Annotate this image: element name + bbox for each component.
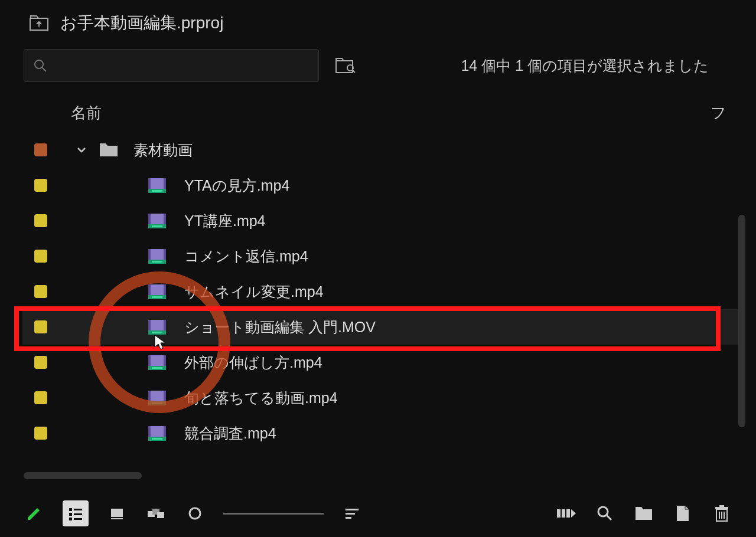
- pencil-icon[interactable]: [24, 503, 45, 524]
- color-label[interactable]: [34, 320, 47, 333]
- clip-row[interactable]: YTAの見方.mp4: [22, 168, 739, 203]
- svg-rect-52: [111, 509, 123, 517]
- clip-row[interactable]: 競合調査.mp4: [22, 415, 739, 451]
- project-list[interactable]: 素材動画 YTAの見方.mp4YT講座.mp4コメント返信.mp4サムネイル変更…: [22, 132, 739, 451]
- svg-rect-6: [148, 178, 166, 189]
- svg-line-2: [42, 67, 46, 71]
- clip-row[interactable]: 旬と落ちてる動画.mp4: [22, 380, 739, 415]
- svg-rect-47: [74, 509, 82, 510]
- svg-line-65: [607, 515, 611, 520]
- clip-row[interactable]: 外部の伸ばし方.mp4: [22, 345, 739, 380]
- video-clip-icon: [146, 212, 168, 229]
- clip-row[interactable]: ショート動画編集 入門.MOV: [22, 309, 739, 345]
- color-label[interactable]: [34, 179, 47, 192]
- clip-name: 競合調査.mp4: [184, 424, 276, 443]
- svg-rect-50: [69, 518, 72, 520]
- svg-rect-58: [346, 509, 359, 510]
- clip-row[interactable]: YT講座.mp4: [22, 203, 739, 238]
- svg-rect-53: [111, 518, 123, 519]
- svg-rect-59: [346, 513, 355, 515]
- svg-rect-10: [152, 190, 162, 192]
- svg-rect-32: [148, 355, 151, 366]
- new-item-icon[interactable]: [672, 503, 693, 524]
- color-label[interactable]: [34, 285, 47, 298]
- svg-rect-26: [148, 320, 166, 330]
- svg-rect-51: [74, 518, 82, 520]
- trash-icon[interactable]: [711, 503, 732, 524]
- selection-status: 14 個中 1 個の項目が選択されました: [461, 56, 732, 76]
- svg-rect-45: [152, 438, 162, 440]
- svg-rect-56: [157, 512, 164, 518]
- svg-rect-42: [148, 426, 151, 437]
- svg-rect-48: [69, 513, 72, 516]
- svg-rect-37: [148, 391, 151, 401]
- folder-icon: [98, 142, 119, 158]
- svg-rect-25: [152, 296, 162, 298]
- color-label[interactable]: [34, 391, 47, 404]
- svg-rect-28: [164, 320, 166, 330]
- column-name[interactable]: 名前: [71, 103, 102, 123]
- list-view-icon[interactable]: [63, 500, 89, 526]
- color-label[interactable]: [34, 250, 47, 263]
- freeform-view-icon[interactable]: [145, 503, 167, 524]
- clip-row[interactable]: サムネイル変更.mp4: [22, 274, 739, 309]
- svg-rect-8: [164, 178, 166, 189]
- clip-name: 外部の伸ばし方.mp4: [184, 353, 322, 372]
- column-right[interactable]: フ: [711, 103, 732, 123]
- search-in-bin-icon[interactable]: [334, 57, 357, 74]
- color-label[interactable]: [34, 143, 47, 156]
- video-clip-icon: [146, 389, 168, 406]
- svg-rect-36: [148, 391, 166, 401]
- search-input[interactable]: [24, 49, 319, 82]
- clip-name: コメント返信.mp4: [184, 247, 308, 266]
- clip-row[interactable]: コメント返信.mp4: [22, 238, 739, 274]
- bin-name: 素材動画: [133, 140, 193, 160]
- color-label[interactable]: [34, 356, 47, 369]
- svg-rect-13: [164, 214, 166, 224]
- svg-rect-33: [164, 355, 166, 366]
- svg-rect-15: [152, 225, 162, 227]
- automate-to-sequence-icon[interactable]: [555, 503, 576, 524]
- zoom-slider[interactable]: [223, 513, 324, 515]
- project-up-icon[interactable]: [30, 15, 48, 31]
- clip-name: 旬と落ちてる動画.mp4: [184, 388, 338, 408]
- svg-rect-7: [148, 178, 151, 189]
- svg-rect-23: [164, 284, 166, 295]
- svg-rect-21: [148, 284, 166, 295]
- svg-rect-12: [148, 214, 151, 224]
- svg-rect-16: [148, 249, 166, 260]
- svg-rect-63: [566, 509, 570, 518]
- color-label[interactable]: [34, 214, 47, 227]
- color-label[interactable]: [34, 427, 47, 440]
- new-bin-icon[interactable]: [633, 503, 654, 524]
- svg-rect-68: [719, 505, 724, 507]
- svg-rect-40: [152, 402, 162, 404]
- video-clip-icon: [146, 425, 168, 441]
- clip-name: YT講座.mp4: [184, 211, 266, 231]
- icon-view-icon[interactable]: [106, 503, 128, 524]
- bin-row[interactable]: 素材動画: [22, 132, 739, 168]
- svg-rect-30: [152, 332, 162, 333]
- svg-rect-35: [152, 367, 162, 369]
- svg-rect-43: [164, 426, 166, 437]
- sort-icon[interactable]: [341, 503, 363, 524]
- svg-rect-62: [562, 509, 565, 518]
- svg-rect-27: [148, 320, 151, 330]
- vertical-scrollbar[interactable]: [738, 215, 745, 427]
- video-clip-icon: [146, 248, 168, 264]
- svg-rect-46: [69, 508, 72, 511]
- horizontal-scrollbar[interactable]: [24, 472, 142, 479]
- svg-rect-67: [715, 507, 728, 509]
- video-clip-icon: [146, 283, 168, 300]
- chevron-down-icon[interactable]: [76, 144, 87, 156]
- svg-rect-20: [152, 261, 162, 263]
- video-clip-icon: [146, 354, 168, 371]
- svg-rect-38: [164, 391, 166, 401]
- clip-name: ショート動画編集 入門.MOV: [184, 317, 376, 337]
- svg-rect-31: [148, 355, 166, 366]
- video-clip-icon: [146, 319, 168, 335]
- find-icon[interactable]: [594, 503, 615, 524]
- svg-rect-11: [148, 214, 166, 224]
- zoom-slider-min-icon[interactable]: [184, 503, 206, 524]
- clip-name: サムネイル変更.mp4: [184, 282, 324, 302]
